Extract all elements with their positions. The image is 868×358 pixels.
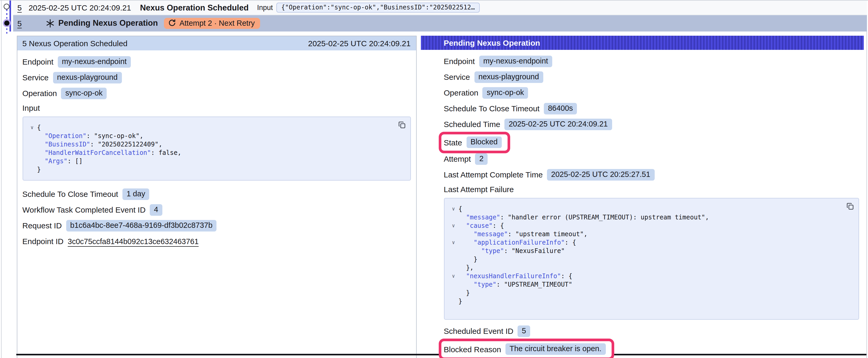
window-border-right: [866, 0, 867, 358]
field-row: Operation sync-op-ok: [444, 87, 859, 99]
field-row: Scheduled Event ID 5: [444, 325, 859, 337]
pending-panel-header: Pending Nexus Operation: [421, 36, 864, 50]
field-row: Schedule To Close Timeout 1 day: [22, 188, 411, 200]
field-value-badge: sync-op-ok: [61, 88, 107, 99]
endpoint-id-link[interactable]: 3c0c75ccfa8144b092c13ce632463761: [68, 237, 198, 246]
field-value-badge: 2025-02-25 UTC 20:25:27.51: [547, 169, 654, 180]
retry-icon: [168, 19, 176, 27]
event-id-link[interactable]: 5: [17, 3, 22, 12]
failure-json-viewer: ∨{ "message": "handler error (UPSTREAM_T…: [444, 198, 859, 320]
field-value-badge: b1c6a4bc-8ee7-468a-9169-df3b02c8737b: [66, 220, 217, 231]
event-title: Nexus Operation Scheduled: [140, 3, 249, 12]
window-border-left: [1, 0, 2, 358]
blocked-reason-badge: The circuit breaker is open.: [505, 343, 606, 355]
field-value-badge: 2025-02-25 UTC 20:24:09.21: [504, 118, 612, 130]
field-row: Service nexus-playground: [22, 71, 411, 84]
annotation-highlight-box: Blocked Reason The circuit breaker is op…: [438, 338, 614, 358]
code-gutter: [27, 132, 37, 140]
field-row: Attempt 2: [444, 153, 859, 165]
event-row-scheduled[interactable]: 5 2025-02-25 UTC 20:24:09.21 Nexus Opera…: [13, 1, 867, 15]
field-value-badge: 86400s: [544, 103, 577, 114]
field-label: Blocked Reason: [444, 345, 501, 354]
panel-header: 5 Nexus Operation Scheduled 2025-02-25 U…: [17, 36, 416, 51]
code-gutter: [27, 157, 37, 165]
field-label: Endpoint: [22, 57, 53, 66]
field-row: Endpoint ID 3c0c75ccfa8144b092c13ce63246…: [22, 235, 411, 247]
code-gutter: [448, 263, 459, 272]
event-input-label: Input: [257, 4, 273, 11]
field-value-badge: my-nexus-endpoint: [479, 55, 552, 67]
code-gutter: [448, 289, 459, 297]
field-row: Scheduled Time 2025-02-25 UTC 20:24:09.2…: [444, 118, 859, 130]
field-row: Endpoint my-nexus-endpoint: [444, 55, 859, 67]
field-label: Last Attempt Complete Time: [444, 170, 543, 179]
event-id-link[interactable]: 5: [17, 19, 46, 28]
field-row: Operation sync-op-ok: [22, 87, 411, 99]
code-gutter: [448, 230, 459, 238]
event-detail-panel-scheduled: 5 Nexus Operation Scheduled 2025-02-25 U…: [17, 36, 416, 358]
code-gutter: [448, 280, 459, 289]
field-row: Endpoint my-nexus-endpoint: [22, 56, 411, 68]
field-label: Endpoint ID: [22, 237, 64, 246]
field-label: Operation: [22, 89, 57, 98]
field-value-badge: 1 day: [122, 188, 150, 200]
copy-icon[interactable]: [846, 203, 854, 210]
collapse-chevron-icon[interactable]: ∨: [448, 205, 459, 213]
collapse-chevron-icon[interactable]: ∨: [448, 238, 459, 247]
failure-section-label: Last Attempt Failure: [444, 185, 859, 194]
state-value-badge: Blocked: [466, 136, 502, 148]
retry-status-badge: Attempt 2 · Next Retry: [164, 18, 260, 29]
event-time: 2025-02-25 UTC 20:24:09.21: [29, 3, 131, 12]
code-gutter: [27, 165, 37, 174]
event-selected-circle-icon[interactable]: [4, 20, 9, 26]
code-gutter: [448, 255, 459, 263]
field-label: Scheduled Event ID: [444, 326, 513, 335]
input-json-viewer: ∨{ "Operation": "sync-op-ok", "BusinessI…: [22, 117, 411, 181]
code-gutter: [448, 297, 459, 305]
timeline-active-bar: [9, 1, 11, 32]
field-label: Attempt: [444, 154, 471, 163]
collapse-chevron-icon[interactable]: ∨: [27, 123, 37, 132]
field-row: Service nexus-playground: [444, 71, 859, 83]
field-row: Schedule To Close Timeout 86400s: [444, 102, 859, 115]
field-label: Request ID: [22, 221, 62, 230]
field-label: Schedule To Close Timeout: [22, 190, 118, 198]
field-value-badge: nexus-playground: [53, 72, 122, 83]
field-label: Operation: [444, 88, 478, 97]
event-title: Pending Nexus Operation: [58, 19, 158, 28]
code-gutter: [448, 213, 459, 222]
field-value-badge: nexus-playground: [474, 71, 543, 83]
copy-icon[interactable]: [398, 121, 405, 129]
collapse-chevron-icon[interactable]: ∨: [448, 272, 459, 280]
panel-title: 5 Nexus Operation Scheduled: [22, 39, 127, 48]
state-row-annotated: State Blocked: [438, 132, 859, 153]
collapse-chevron-icon[interactable]: ∨: [448, 222, 459, 230]
panel-title: Pending Nexus Operation: [444, 38, 540, 47]
code-gutter: [27, 140, 37, 149]
input-section-label: Input: [22, 103, 411, 113]
field-value-badge: 4: [150, 204, 162, 216]
field-label: Scheduled Time: [444, 120, 500, 129]
field-label: Schedule To Close Timeout: [444, 104, 539, 113]
pending-asterisk-icon: [46, 19, 55, 28]
event-detail-panel-pending: Pending Nexus Operation Endpoint my-nexu…: [421, 36, 864, 358]
panel-time: 2025-02-25 UTC 20:24:09.21: [308, 39, 411, 48]
annotation-highlight-box: State Blocked: [438, 132, 510, 153]
field-label: Service: [22, 73, 49, 82]
event-history-view: 5 2025-02-25 UTC 20:24:09.21 Nexus Opera…: [0, 0, 868, 358]
field-label: Workflow Task Completed Event ID: [22, 205, 146, 214]
field-row: Workflow Task Completed Event ID 4: [22, 204, 411, 216]
code-gutter: [27, 149, 37, 157]
field-value-badge: 5: [518, 325, 530, 337]
event-input-preview-badge[interactable]: {"Operation":"sync-op-ok","BusinessID":"…: [276, 3, 479, 12]
field-row: Last Attempt Complete Time 2025-02-25 UT…: [444, 168, 859, 181]
event-row-pending-selected[interactable]: 5 Pending Nexus Operation Attempt 2 · Ne…: [13, 15, 867, 32]
event-open-circle-icon[interactable]: [4, 4, 9, 9]
field-value-badge: sync-op-ok: [483, 87, 528, 98]
field-row: Request ID b1c6a4bc-8ee7-468a-9169-df3b0…: [22, 220, 411, 231]
field-value-badge: my-nexus-endpoint: [58, 56, 131, 67]
field-value-badge: 2: [475, 153, 488, 165]
field-label: State: [444, 138, 462, 147]
retry-badge-label: Attempt 2 · Next Retry: [180, 19, 255, 27]
field-label: Service: [444, 72, 470, 82]
